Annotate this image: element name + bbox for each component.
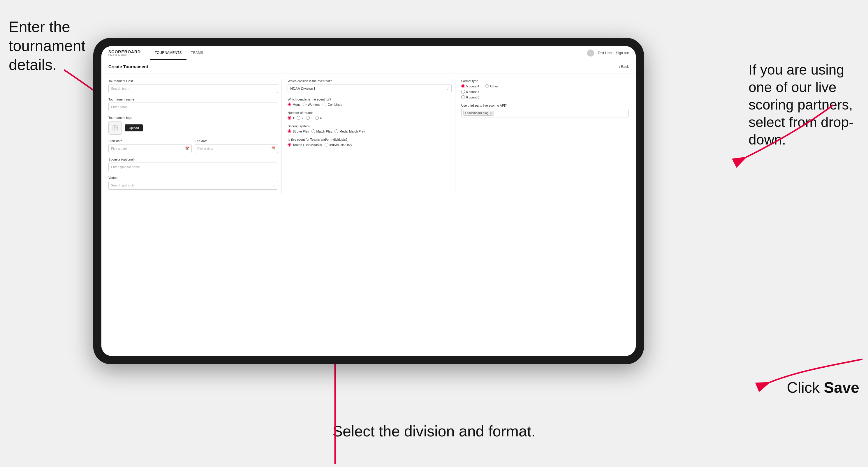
form-container: Tournament Host Tournament name Tourname… — [101, 73, 636, 356]
tournament-name-input[interactable] — [108, 102, 278, 111]
individuals-only[interactable]: Individuals Only — [324, 143, 352, 147]
start-date-label: Start date — [108, 139, 192, 143]
scoring-stroke-radio[interactable] — [287, 129, 291, 133]
sign-out-link[interactable]: Sign out — [616, 51, 629, 55]
division-group: Which division is the event for? NCAA Di… — [287, 79, 451, 93]
logo-area: SCOREBOARD Powered by clippit — [108, 50, 141, 56]
logo-sub: Powered by clippit — [108, 54, 141, 56]
live-scoring-chip-text: Leaderboard King — [465, 112, 489, 115]
form-col-3: Format type 5 count 4 6 count 4 — [456, 79, 629, 194]
gender-combined-radio[interactable] — [322, 102, 326, 106]
format-6count4-radio[interactable] — [461, 90, 465, 94]
end-date-group: End date 📅 — [195, 139, 278, 153]
tournament-host-label: Tournament Host — [108, 79, 278, 83]
live-scoring-chip: Leaderboard King ✕ — [463, 111, 494, 116]
nav-tab-teams[interactable]: TEAMS — [186, 46, 208, 60]
division-label: Which division is the event for? — [287, 79, 451, 83]
rounds-1[interactable]: 1 — [287, 116, 294, 120]
live-scoring-chip-remove[interactable]: ✕ — [490, 112, 492, 115]
header-right: Test User Sign out — [587, 50, 629, 57]
gender-womens[interactable]: Womens — [303, 102, 320, 106]
gender-combined[interactable]: Combined — [322, 102, 342, 106]
rounds-radio-group: 1 2 3 4 — [287, 116, 451, 120]
start-date-input[interactable] — [108, 144, 192, 153]
venue-group: Venue — [108, 176, 278, 190]
live-scoring-label: Use third-party live scoring API? — [461, 104, 629, 107]
live-scoring-dropdown-arrow[interactable]: ⌄ — [624, 111, 627, 115]
tournament-name-group: Tournament name — [108, 98, 278, 111]
tournament-host-group: Tournament Host — [108, 79, 278, 93]
format-5count4[interactable]: 5 count 4 — [461, 84, 479, 88]
logo-placeholder-icon — [108, 121, 122, 134]
teams-plus-individuals[interactable]: Teams (+Individuals) — [287, 143, 322, 147]
rounds-2[interactable]: 2 — [297, 116, 303, 120]
logo-upload-area: Upload — [108, 121, 278, 134]
user-avatar — [587, 50, 594, 57]
division-select-wrapper: NCAA Division I NCAA Division II NCAA Di… — [287, 84, 451, 93]
division-select[interactable]: NCAA Division I NCAA Division II NCAA Di… — [287, 84, 451, 93]
end-date-input[interactable] — [195, 144, 278, 153]
rounds-2-radio[interactable] — [297, 116, 301, 120]
nav-tabs: TOURNAMENTS TEAMS — [150, 46, 208, 60]
scoring-match-radio[interactable] — [311, 129, 315, 133]
venue-label: Venue — [108, 176, 278, 180]
upload-button[interactable]: Upload — [125, 124, 143, 131]
rounds-4-radio[interactable] — [315, 116, 319, 120]
start-date-group: Start date 📅 — [108, 139, 192, 153]
teams-label: Is this event for Teams and/or Individua… — [287, 138, 451, 141]
tournament-host-input[interactable] — [108, 84, 278, 93]
venue-input[interactable] — [108, 181, 278, 190]
tournament-logo-label: Tournament logo — [108, 116, 278, 119]
gender-mens-radio[interactable] — [287, 102, 291, 106]
rounds-3[interactable]: 3 — [306, 116, 313, 120]
rounds-3-radio[interactable] — [306, 116, 310, 120]
format-5count4-radio[interactable] — [461, 84, 465, 88]
format-other[interactable]: Other — [485, 84, 498, 88]
user-name: Test User — [598, 51, 613, 55]
format-options-wrapper: 5 count 4 6 count 4 6 count 5 — [461, 84, 629, 99]
page-title: Create Tournament — [108, 64, 148, 69]
tablet-screen: SCOREBOARD Powered by clippit TOURNAMENT… — [101, 46, 636, 356]
individuals-only-radio[interactable] — [324, 143, 329, 147]
sponsor-input[interactable] — [108, 162, 278, 171]
dates-group: Start date 📅 End date — [108, 139, 278, 153]
live-scoring-group: Use third-party live scoring API? Leader… — [461, 104, 629, 117]
scoring-medal-radio[interactable] — [335, 129, 338, 133]
logo-text: SCOREBOARD — [108, 50, 141, 54]
format-6count5[interactable]: 6 count 5 — [461, 95, 479, 99]
scoring-medal[interactable]: Medal Match Play — [335, 129, 365, 133]
format-6count4[interactable]: 6 count 4 — [461, 90, 479, 94]
app-header: SCOREBOARD Powered by clippit TOURNAMENT… — [101, 46, 636, 60]
nav-tab-tournaments[interactable]: TOURNAMENTS — [150, 46, 186, 60]
tablet-frame: SCOREBOARD Powered by clippit TOURNAMENT… — [93, 38, 644, 364]
svg-point-5 — [114, 127, 115, 128]
app-container: SCOREBOARD Powered by clippit TOURNAMENT… — [101, 46, 636, 356]
scoring-group: Scoring system Stroke Play Match Play Me… — [287, 124, 451, 133]
back-link[interactable]: Back — [619, 65, 629, 69]
end-date-wrapper: 📅 — [195, 144, 278, 153]
sponsor-label: Sponsor (optional) — [108, 158, 278, 161]
tournament-logo-group: Tournament logo Upload — [108, 116, 278, 134]
rounds-4[interactable]: 4 — [315, 116, 322, 120]
format-list: 5 count 4 6 count 4 6 count 5 — [461, 84, 479, 99]
gender-label: Which gender is the event for? — [287, 98, 451, 101]
format-group: Format type 5 count 4 6 count 4 — [461, 79, 629, 99]
venue-select-wrapper — [108, 181, 278, 190]
rounds-label: Number of rounds — [287, 111, 451, 115]
annotation-topleft: Enter the tournament details. — [9, 18, 90, 74]
teams-plus-radio[interactable] — [287, 143, 291, 147]
format-other-list: Other — [485, 84, 498, 99]
sponsor-group: Sponsor (optional) — [108, 158, 278, 171]
scoring-stroke[interactable]: Stroke Play — [287, 129, 309, 133]
live-scoring-input-wrapper[interactable]: Leaderboard King ✕ ⌄ — [461, 109, 629, 117]
scoring-match[interactable]: Match Play — [311, 129, 332, 133]
format-label: Format type — [461, 79, 629, 83]
gender-group: Which gender is the event for? Mens Wome… — [287, 98, 451, 106]
rounds-group: Number of rounds 1 2 3 — [287, 111, 451, 120]
gender-womens-radio[interactable] — [303, 102, 307, 106]
gender-mens[interactable]: Mens — [287, 102, 301, 106]
format-6count5-radio[interactable] — [461, 95, 465, 99]
format-other-radio[interactable] — [485, 84, 489, 88]
rounds-1-radio[interactable] — [287, 116, 291, 120]
teams-group: Is this event for Teams and/or Individua… — [287, 138, 451, 147]
